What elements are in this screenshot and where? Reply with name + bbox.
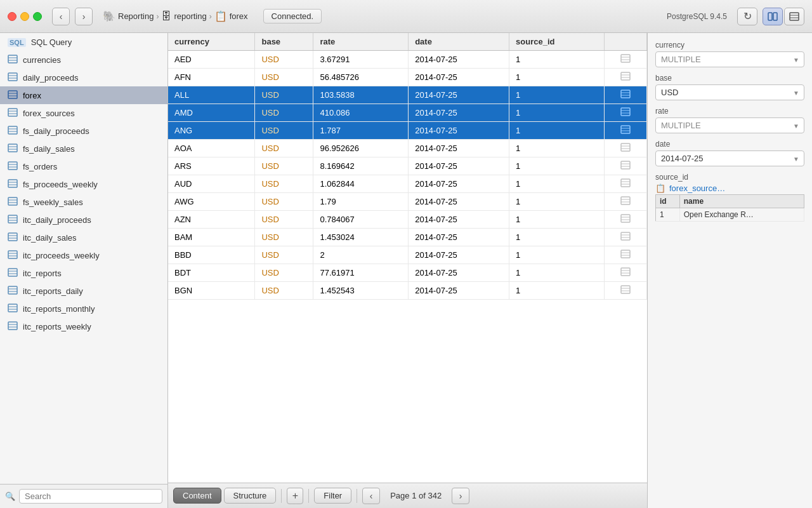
- sidebar-item-itc_daily_sales[interactable]: itc_daily_sales: [0, 229, 167, 246]
- cell-row-action[interactable]: [604, 282, 646, 300]
- cell-row-action[interactable]: [604, 104, 646, 122]
- cell-row-action[interactable]: [604, 69, 646, 86]
- cell-base: USD: [255, 86, 313, 104]
- sidebar-item-label: itc_daily_sales: [23, 233, 77, 243]
- cell-source_id: 1: [509, 69, 605, 86]
- sidebar-item-itc_reports_daily[interactable]: itc_reports_daily: [0, 282, 167, 300]
- nav-forward-button[interactable]: ›: [75, 8, 93, 25]
- sidebar-item-daily_proceeds[interactable]: daily_proceeds: [0, 69, 167, 86]
- breadcrumb-item-forex[interactable]: 📋 forex: [214, 10, 248, 22]
- layout-button-1[interactable]: [763, 8, 783, 25]
- svg-rect-62: [621, 108, 630, 116]
- sidebar-item-fs_daily_sales[interactable]: fs_daily_sales: [0, 140, 167, 157]
- page-info: Page 1 of 342: [383, 491, 449, 500]
- sidebar-item-fs_weekly_sales[interactable]: fs_weekly_sales: [0, 193, 167, 211]
- content-tab[interactable]: Content: [173, 488, 221, 504]
- table-icon: [8, 268, 18, 279]
- titlebar: ‹ › 🐘 Reporting › 🗄 reporting › 📋 forex …: [0, 0, 812, 33]
- table-row[interactable]: AFNUSD56.4857262014-07-251: [168, 69, 647, 86]
- table-row[interactable]: BBDUSD22014-07-251: [168, 246, 647, 264]
- table-icon: [8, 321, 18, 332]
- base-filter-label: base: [655, 74, 804, 83]
- sidebar-item-SQL Query[interactable]: SQLSQL Query: [0, 33, 167, 51]
- cell-date: 2014-07-25: [409, 140, 509, 157]
- sidebar-item-itc_daily_proceeds[interactable]: itc_daily_proceeds: [0, 211, 167, 229]
- next-page-button[interactable]: ›: [452, 488, 469, 504]
- currency-filter-select[interactable]: MULTIPLE: [655, 51, 804, 67]
- cell-base: USD: [255, 264, 313, 282]
- structure-tab[interactable]: Structure: [224, 488, 277, 504]
- col-header-currency: currency: [168, 33, 255, 51]
- svg-rect-74: [621, 179, 630, 187]
- table-row[interactable]: AZNUSD0.7840672014-07-251: [168, 211, 647, 229]
- table-row[interactable]: AUDUSD1.0628442014-07-251: [168, 175, 647, 193]
- svg-rect-35: [8, 233, 17, 241]
- svg-rect-71: [621, 161, 630, 169]
- toolbar-separator-2: [308, 489, 309, 503]
- nav-back-button[interactable]: ‹: [52, 8, 70, 25]
- cell-source_id: 1: [509, 211, 605, 229]
- table-row[interactable]: ANGUSD1.7872014-07-251: [168, 122, 647, 140]
- sidebar-item-label: itc_reports_daily: [23, 286, 83, 296]
- cell-row-action[interactable]: [604, 175, 646, 193]
- cell-rate: 103.5838: [313, 86, 409, 104]
- sidebar-item-label: fs_daily_proceeds: [23, 126, 89, 136]
- svg-rect-38: [8, 251, 17, 258]
- cell-row-action[interactable]: [604, 246, 646, 264]
- close-button[interactable]: [8, 12, 16, 21]
- sidebar-item-fs_daily_proceeds[interactable]: fs_daily_proceeds: [0, 122, 167, 140]
- prev-page-button[interactable]: ‹: [362, 488, 380, 504]
- cell-row-action[interactable]: [604, 193, 646, 211]
- svg-rect-1: [773, 13, 777, 20]
- cell-row-action[interactable]: [604, 229, 646, 246]
- table-row[interactable]: BDTUSD77.619712014-07-251: [168, 264, 647, 282]
- cell-row-action[interactable]: [604, 122, 646, 140]
- pg-version: PostgreSQL 9.4.5: [667, 12, 727, 21]
- sidebar-item-itc_reports_weekly[interactable]: itc_reports_weekly: [0, 318, 167, 335]
- sidebar-item-fs_orders[interactable]: fs_orders: [0, 157, 167, 175]
- filter-currency: currency MULTIPLE: [655, 41, 804, 67]
- sidebar-item-itc_reports_monthly[interactable]: itc_reports_monthly: [0, 300, 167, 318]
- sidebar-item-currencies[interactable]: currencies: [0, 51, 167, 69]
- breadcrumb-item-reporting[interactable]: 🐘 Reporting: [103, 10, 154, 22]
- breadcrumb-item-reporting-db[interactable]: 🗄 reporting: [161, 11, 206, 22]
- layout-button-2[interactable]: [784, 8, 804, 25]
- cell-row-action[interactable]: [604, 51, 646, 69]
- svg-rect-32: [8, 215, 17, 223]
- cell-row-action[interactable]: [604, 264, 646, 282]
- cell-row-action[interactable]: [604, 86, 646, 104]
- rate-filter-select[interactable]: MULTIPLE: [655, 117, 804, 133]
- table-row[interactable]: AEDUSD3.672912014-07-251: [168, 51, 647, 69]
- source-table-name[interactable]: forex_source…: [669, 184, 725, 193]
- maximize-button[interactable]: [33, 12, 42, 21]
- date-filter-wrap: 2014-07-25: [655, 150, 804, 166]
- search-input[interactable]: [19, 489, 162, 504]
- table-row[interactable]: AOAUSD96.9526262014-07-251: [168, 140, 647, 157]
- base-filter-select[interactable]: USD: [655, 84, 804, 100]
- refresh-button[interactable]: ↻: [737, 8, 757, 25]
- filter-button[interactable]: Filter: [314, 488, 351, 504]
- cell-currency: AMD: [168, 104, 255, 122]
- cell-row-action[interactable]: [604, 157, 646, 175]
- cell-row-action[interactable]: [604, 211, 646, 229]
- sidebar-item-forex_sources[interactable]: forex_sources: [0, 104, 167, 122]
- sidebar-item-itc_proceeds_weekly[interactable]: itc_proceeds_weekly: [0, 246, 167, 264]
- source-mini-table: id name 1Open Exchange R…: [655, 194, 804, 222]
- sidebar-item-label: itc_proceeds_weekly: [23, 251, 100, 260]
- sidebar-item-label: daily_proceeds: [23, 73, 78, 83]
- table-row[interactable]: BAMUSD1.4530242014-07-251: [168, 229, 647, 246]
- add-row-button[interactable]: +: [287, 488, 303, 504]
- sidebar-item-itc_reports[interactable]: itc_reports: [0, 264, 167, 282]
- breadcrumb-label-forex: forex: [230, 11, 248, 21]
- sidebar-item-fs_proceeds_weekly[interactable]: fs_proceeds_weekly: [0, 175, 167, 193]
- svg-rect-86: [621, 250, 630, 258]
- table-row[interactable]: BGNUSD1.4525432014-07-251: [168, 282, 647, 300]
- minimize-button[interactable]: [20, 12, 29, 21]
- table-row[interactable]: AMDUSD410.0862014-07-251: [168, 104, 647, 122]
- date-filter-select[interactable]: 2014-07-25: [655, 150, 804, 166]
- sidebar-item-forex[interactable]: forex: [0, 86, 167, 104]
- table-row[interactable]: ARSUSD8.1696422014-07-251: [168, 157, 647, 175]
- table-row[interactable]: AWGUSD1.792014-07-251: [168, 193, 647, 211]
- cell-row-action[interactable]: [604, 140, 646, 157]
- table-row[interactable]: ALLUSD103.58382014-07-251: [168, 86, 647, 104]
